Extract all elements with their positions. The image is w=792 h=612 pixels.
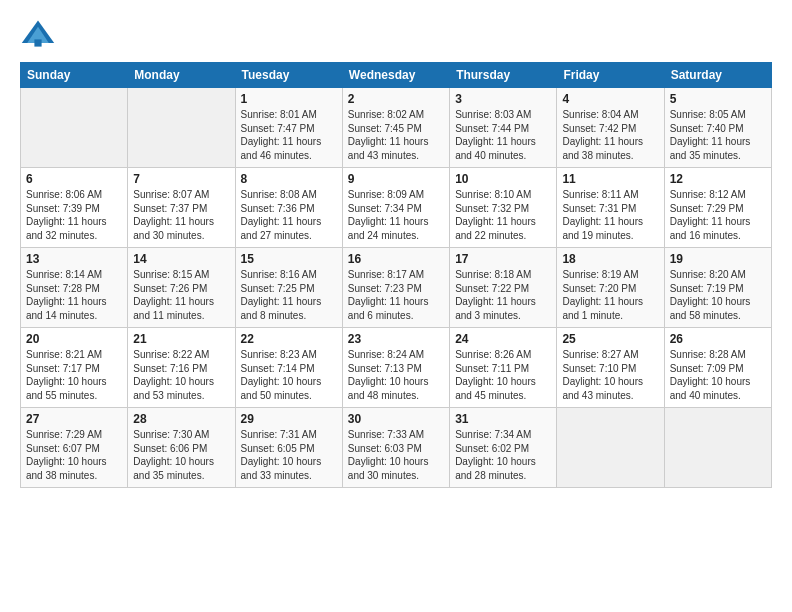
day-number: 31 [455,412,551,426]
cell-content: Sunrise: 8:10 AM Sunset: 7:32 PM Dayligh… [455,188,551,242]
calendar-cell: 28Sunrise: 7:30 AM Sunset: 6:06 PM Dayli… [128,408,235,488]
day-number: 14 [133,252,229,266]
day-number: 29 [241,412,337,426]
calendar-header-sunday: Sunday [21,63,128,88]
day-number: 23 [348,332,444,346]
cell-content: Sunrise: 8:05 AM Sunset: 7:40 PM Dayligh… [670,108,766,162]
calendar-cell: 29Sunrise: 7:31 AM Sunset: 6:05 PM Dayli… [235,408,342,488]
calendar-week-2: 6Sunrise: 8:06 AM Sunset: 7:39 PM Daylig… [21,168,772,248]
day-number: 9 [348,172,444,186]
day-number: 7 [133,172,229,186]
cell-content: Sunrise: 8:17 AM Sunset: 7:23 PM Dayligh… [348,268,444,322]
day-number: 28 [133,412,229,426]
cell-content: Sunrise: 8:08 AM Sunset: 7:36 PM Dayligh… [241,188,337,242]
cell-content: Sunrise: 8:28 AM Sunset: 7:09 PM Dayligh… [670,348,766,402]
cell-content: Sunrise: 8:23 AM Sunset: 7:14 PM Dayligh… [241,348,337,402]
day-number: 15 [241,252,337,266]
calendar-cell: 31Sunrise: 7:34 AM Sunset: 6:02 PM Dayli… [450,408,557,488]
calendar-cell [128,88,235,168]
calendar-cell: 17Sunrise: 8:18 AM Sunset: 7:22 PM Dayli… [450,248,557,328]
day-number: 11 [562,172,658,186]
cell-content: Sunrise: 8:14 AM Sunset: 7:28 PM Dayligh… [26,268,122,322]
calendar-cell: 6Sunrise: 8:06 AM Sunset: 7:39 PM Daylig… [21,168,128,248]
cell-content: Sunrise: 8:15 AM Sunset: 7:26 PM Dayligh… [133,268,229,322]
calendar-cell: 7Sunrise: 8:07 AM Sunset: 7:37 PM Daylig… [128,168,235,248]
cell-content: Sunrise: 8:18 AM Sunset: 7:22 PM Dayligh… [455,268,551,322]
cell-content: Sunrise: 8:02 AM Sunset: 7:45 PM Dayligh… [348,108,444,162]
day-number: 17 [455,252,551,266]
day-number: 8 [241,172,337,186]
calendar-week-3: 13Sunrise: 8:14 AM Sunset: 7:28 PM Dayli… [21,248,772,328]
calendar-cell: 23Sunrise: 8:24 AM Sunset: 7:13 PM Dayli… [342,328,449,408]
day-number: 19 [670,252,766,266]
calendar-header-monday: Monday [128,63,235,88]
cell-content: Sunrise: 7:29 AM Sunset: 6:07 PM Dayligh… [26,428,122,482]
calendar-header-row: SundayMondayTuesdayWednesdayThursdayFrid… [21,63,772,88]
calendar-cell [664,408,771,488]
logo [20,16,58,52]
cell-content: Sunrise: 7:31 AM Sunset: 6:05 PM Dayligh… [241,428,337,482]
cell-content: Sunrise: 8:07 AM Sunset: 7:37 PM Dayligh… [133,188,229,242]
day-number: 16 [348,252,444,266]
cell-content: Sunrise: 8:04 AM Sunset: 7:42 PM Dayligh… [562,108,658,162]
logo-icon [20,16,56,52]
calendar-cell: 20Sunrise: 8:21 AM Sunset: 7:17 PM Dayli… [21,328,128,408]
cell-content: Sunrise: 7:33 AM Sunset: 6:03 PM Dayligh… [348,428,444,482]
calendar-cell: 21Sunrise: 8:22 AM Sunset: 7:16 PM Dayli… [128,328,235,408]
cell-content: Sunrise: 8:06 AM Sunset: 7:39 PM Dayligh… [26,188,122,242]
cell-content: Sunrise: 8:19 AM Sunset: 7:20 PM Dayligh… [562,268,658,322]
day-number: 26 [670,332,766,346]
day-number: 21 [133,332,229,346]
calendar-cell: 2Sunrise: 8:02 AM Sunset: 7:45 PM Daylig… [342,88,449,168]
page: SundayMondayTuesdayWednesdayThursdayFrid… [0,0,792,498]
calendar-cell [557,408,664,488]
cell-content: Sunrise: 8:16 AM Sunset: 7:25 PM Dayligh… [241,268,337,322]
calendar-table: SundayMondayTuesdayWednesdayThursdayFrid… [20,62,772,488]
day-number: 10 [455,172,551,186]
calendar-week-5: 27Sunrise: 7:29 AM Sunset: 6:07 PM Dayli… [21,408,772,488]
calendar-cell: 18Sunrise: 8:19 AM Sunset: 7:20 PM Dayli… [557,248,664,328]
calendar-header-wednesday: Wednesday [342,63,449,88]
calendar-cell: 8Sunrise: 8:08 AM Sunset: 7:36 PM Daylig… [235,168,342,248]
day-number: 30 [348,412,444,426]
calendar-header-saturday: Saturday [664,63,771,88]
header [20,16,772,52]
cell-content: Sunrise: 7:30 AM Sunset: 6:06 PM Dayligh… [133,428,229,482]
cell-content: Sunrise: 8:03 AM Sunset: 7:44 PM Dayligh… [455,108,551,162]
day-number: 22 [241,332,337,346]
calendar-cell: 4Sunrise: 8:04 AM Sunset: 7:42 PM Daylig… [557,88,664,168]
day-number: 18 [562,252,658,266]
calendar-header-friday: Friday [557,63,664,88]
cell-content: Sunrise: 8:21 AM Sunset: 7:17 PM Dayligh… [26,348,122,402]
day-number: 3 [455,92,551,106]
cell-content: Sunrise: 8:26 AM Sunset: 7:11 PM Dayligh… [455,348,551,402]
calendar-header-tuesday: Tuesday [235,63,342,88]
calendar-cell: 22Sunrise: 8:23 AM Sunset: 7:14 PM Dayli… [235,328,342,408]
calendar-cell: 25Sunrise: 8:27 AM Sunset: 7:10 PM Dayli… [557,328,664,408]
cell-content: Sunrise: 7:34 AM Sunset: 6:02 PM Dayligh… [455,428,551,482]
calendar-week-1: 1Sunrise: 8:01 AM Sunset: 7:47 PM Daylig… [21,88,772,168]
calendar-cell [21,88,128,168]
cell-content: Sunrise: 8:12 AM Sunset: 7:29 PM Dayligh… [670,188,766,242]
calendar-cell: 24Sunrise: 8:26 AM Sunset: 7:11 PM Dayli… [450,328,557,408]
day-number: 27 [26,412,122,426]
calendar-header-thursday: Thursday [450,63,557,88]
day-number: 2 [348,92,444,106]
day-number: 24 [455,332,551,346]
calendar-cell: 30Sunrise: 7:33 AM Sunset: 6:03 PM Dayli… [342,408,449,488]
calendar-week-4: 20Sunrise: 8:21 AM Sunset: 7:17 PM Dayli… [21,328,772,408]
calendar-cell: 15Sunrise: 8:16 AM Sunset: 7:25 PM Dayli… [235,248,342,328]
calendar-cell: 26Sunrise: 8:28 AM Sunset: 7:09 PM Dayli… [664,328,771,408]
calendar-cell: 10Sunrise: 8:10 AM Sunset: 7:32 PM Dayli… [450,168,557,248]
cell-content: Sunrise: 8:22 AM Sunset: 7:16 PM Dayligh… [133,348,229,402]
day-number: 5 [670,92,766,106]
cell-content: Sunrise: 8:24 AM Sunset: 7:13 PM Dayligh… [348,348,444,402]
cell-content: Sunrise: 8:27 AM Sunset: 7:10 PM Dayligh… [562,348,658,402]
calendar-cell: 1Sunrise: 8:01 AM Sunset: 7:47 PM Daylig… [235,88,342,168]
cell-content: Sunrise: 8:09 AM Sunset: 7:34 PM Dayligh… [348,188,444,242]
calendar-cell: 13Sunrise: 8:14 AM Sunset: 7:28 PM Dayli… [21,248,128,328]
calendar-cell: 27Sunrise: 7:29 AM Sunset: 6:07 PM Dayli… [21,408,128,488]
day-number: 1 [241,92,337,106]
calendar-cell: 19Sunrise: 8:20 AM Sunset: 7:19 PM Dayli… [664,248,771,328]
day-number: 4 [562,92,658,106]
